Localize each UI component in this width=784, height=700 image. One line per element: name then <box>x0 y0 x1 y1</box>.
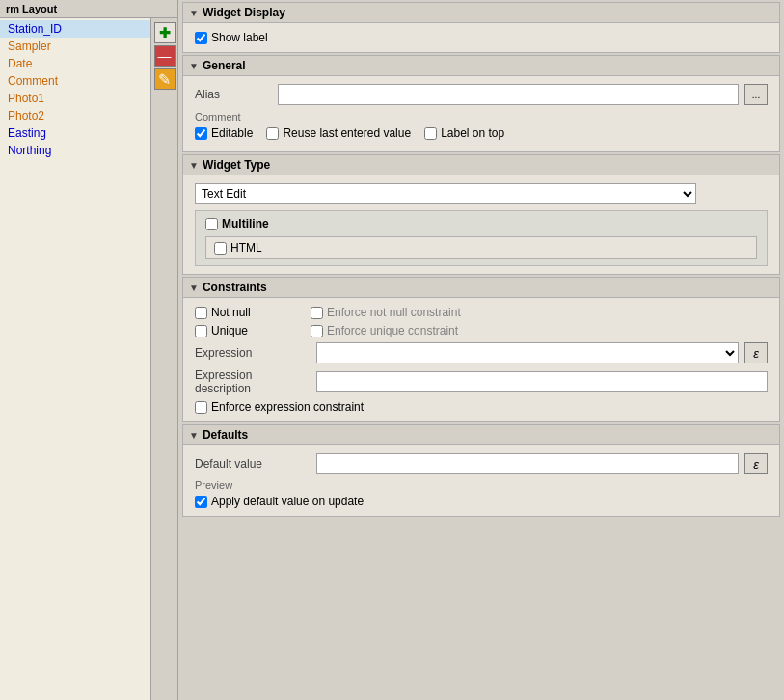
reuse-row: Reuse last entered value <box>266 126 411 140</box>
alias-row: Alias ... <box>195 84 768 105</box>
sidebar-item-photo2[interactable]: Photo2 <box>0 107 150 124</box>
widget-type-select-row: Text EditCheck BoxDate/TimeHiddenPhotoRa… <box>195 183 768 204</box>
apply-default-checkbox[interactable] <box>195 496 207 508</box>
sidebar-list: Station_IDSamplerDateCommentPhoto1Photo2… <box>0 18 150 700</box>
html-label: HTML <box>230 241 262 255</box>
sidebar-item-easting[interactable]: Easting <box>0 124 150 142</box>
enforce-not-null-checkbox[interactable] <box>311 307 323 319</box>
defaults-title: Defaults <box>203 428 248 442</box>
expression-desc-row: Expression description <box>195 368 768 395</box>
widget-type-select[interactable]: Text EditCheck BoxDate/TimeHiddenPhotoRa… <box>195 183 696 204</box>
sidebar: rm Layout Station_IDSamplerDateCommentPh… <box>0 0 178 700</box>
enforce-unique-label: Enforce unique constraint <box>327 324 458 337</box>
html-checkbox[interactable] <box>214 242 227 255</box>
not-null-label: Not null <box>211 306 251 319</box>
enforce-expr-label: Enforce expression constraint <box>211 400 364 414</box>
main-content: ▼ Widget Display Show label ▼ General Al… <box>178 0 784 700</box>
preview-label: Preview <box>195 479 768 491</box>
sidebar-item-comment[interactable]: Comment <box>0 72 150 90</box>
label-on-top-checkbox[interactable] <box>424 127 437 140</box>
sidebar-item-date[interactable]: Date <box>0 55 150 72</box>
expression-desc-input[interactable] <box>316 371 768 392</box>
defaults-section: ▼ Defaults Default value ε Preview Apply… <box>182 424 780 517</box>
enforce-expr-checkbox[interactable] <box>195 401 207 414</box>
edit-button[interactable]: ✎ <box>154 68 176 90</box>
enforce-unique-right: Enforce unique constraint <box>311 324 458 337</box>
general-section: ▼ General Alias ... Comment Editable Reu… <box>182 55 780 152</box>
sidebar-toolbar: ✚ — ✎ <box>150 18 177 700</box>
unique-checkbox[interactable] <box>195 325 207 337</box>
general-header[interactable]: ▼ General <box>183 56 779 76</box>
widget-display-section: ▼ Widget Display Show label <box>182 2 780 53</box>
reuse-label: Reuse last entered value <box>283 126 411 140</box>
defaults-header[interactable]: ▼ Defaults <box>183 425 779 445</box>
constraints-arrow: ▼ <box>189 283 199 293</box>
constraints-header[interactable]: ▼ Constraints <box>183 278 779 298</box>
show-label-row: Show label <box>195 31 768 44</box>
constraints-title: Constraints <box>203 281 267 294</box>
general-checkboxes: Editable Reuse last entered value Label … <box>195 126 768 140</box>
label-on-top-label: Label on top <box>441 126 504 140</box>
unique-left: Unique <box>195 324 311 337</box>
general-arrow: ▼ <box>189 61 199 71</box>
multiline-subsection: Multiline HTML <box>195 210 768 266</box>
enforce-expr-row: Enforce expression constraint <box>195 400 768 414</box>
alias-label: Alias <box>195 88 272 101</box>
enforce-not-null-label: Enforce not null constraint <box>327 306 461 319</box>
not-null-row: Not null Enforce not null constraint <box>195 306 768 319</box>
multiline-label: Multiline <box>222 217 269 230</box>
widget-type-arrow: ▼ <box>189 160 199 171</box>
default-value-label: Default value <box>195 457 311 471</box>
enforce-unique-checkbox[interactable] <box>311 325 323 337</box>
unique-label: Unique <box>211 324 248 337</box>
unique-row: Unique Enforce unique constraint <box>195 324 768 337</box>
multiline-checkbox[interactable] <box>205 218 218 230</box>
sidebar-item-sampler[interactable]: Sampler <box>0 38 150 55</box>
show-label-text: Show label <box>211 31 268 44</box>
add-button[interactable]: ✚ <box>154 22 176 43</box>
html-row: HTML <box>214 241 748 255</box>
general-title: General <box>203 59 246 72</box>
alias-ellipsis-button[interactable]: ... <box>744 84 768 105</box>
default-epsilon-button[interactable]: ε <box>744 453 768 474</box>
default-value-input[interactable] <box>316 453 739 474</box>
widget-display-arrow: ▼ <box>189 8 199 18</box>
apply-default-label: Apply default value on update <box>211 495 364 508</box>
expression-desc-label: Expression description <box>195 368 311 395</box>
editable-row: Editable <box>195 126 253 140</box>
sidebar-item-photo1[interactable]: Photo1 <box>0 90 150 107</box>
expression-label: Expression <box>195 346 311 360</box>
show-label-checkbox[interactable] <box>195 32 207 44</box>
remove-button[interactable]: — <box>154 45 176 67</box>
editable-label: Editable <box>211 126 253 140</box>
apply-default-row: Apply default value on update <box>195 495 768 508</box>
expression-select[interactable] <box>316 342 739 363</box>
defaults-arrow: ▼ <box>189 430 199 441</box>
default-value-row: Default value ε <box>195 453 768 474</box>
editable-checkbox[interactable] <box>195 127 207 140</box>
not-null-left: Not null <box>195 306 311 319</box>
expression-row: Expression ε <box>195 342 768 363</box>
sidebar-item-station_id[interactable]: Station_ID <box>0 20 150 38</box>
html-subsection: HTML <box>205 236 757 259</box>
widget-type-section: ▼ Widget Type Text EditCheck BoxDate/Tim… <box>182 154 780 275</box>
label-on-top-row: Label on top <box>424 126 504 140</box>
sidebar-header: rm Layout <box>0 0 177 18</box>
widget-type-header[interactable]: ▼ Widget Type <box>183 155 779 175</box>
widget-type-title: Widget Type <box>203 158 270 172</box>
widget-display-header[interactable]: ▼ Widget Display <box>183 3 779 23</box>
constraints-section: ▼ Constraints Not null Enforce not null … <box>182 277 780 422</box>
reuse-checkbox[interactable] <box>266 127 279 140</box>
widget-display-title: Widget Display <box>203 6 285 19</box>
multiline-row: Multiline <box>205 217 757 230</box>
comment-label: Comment <box>195 111 768 122</box>
alias-input[interactable] <box>278 84 739 105</box>
enforce-not-null-right: Enforce not null constraint <box>311 306 461 319</box>
expression-epsilon-button[interactable]: ε <box>744 342 768 363</box>
not-null-checkbox[interactable] <box>195 307 207 319</box>
sidebar-item-northing[interactable]: Northing <box>0 142 150 159</box>
